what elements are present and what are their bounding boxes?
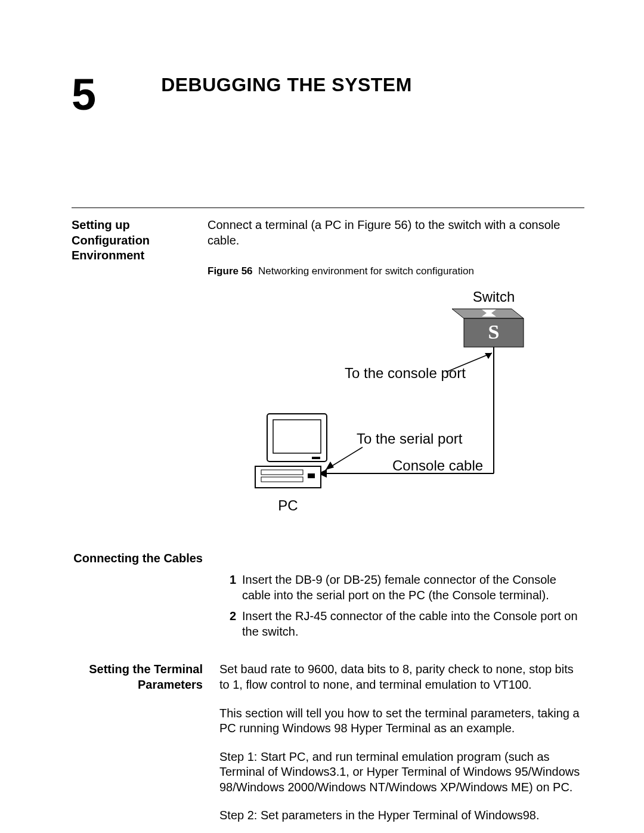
- section-connecting-cables: Connecting the Cables 1 Insert the DB-9 …: [72, 551, 584, 645]
- callout-serial-arrow: [326, 462, 334, 470]
- chapter-number: 5: [72, 73, 97, 117]
- console-port-label: To the console port: [345, 365, 466, 381]
- serial-port-label: To the serial port: [357, 431, 463, 447]
- section-setting-up: Setting up Configuration Environment Con…: [72, 218, 584, 551]
- svg-rect-11: [308, 473, 315, 478]
- figure-label: Figure 56: [208, 265, 253, 277]
- list-number: 1: [219, 572, 242, 588]
- list-text: Insert the DB-9 (or DB-25) female connec…: [242, 572, 584, 603]
- page: 5 DEBUGGING THE SYSTEM Setting up Config…: [0, 0, 644, 833]
- section-heading-setting-up: Setting up Configuration Environment: [72, 218, 208, 264]
- para-step2: Step 2: Set parameters in the Hyper Term…: [219, 808, 584, 823]
- para-intro: This section will tell you how to set th…: [219, 706, 584, 736]
- chapter-title: DEBUGGING THE SYSTEM: [161, 75, 412, 95]
- list-number: 2: [219, 609, 242, 624]
- para-baud: Set baud rate to 9600, data bits to 8, p…: [219, 662, 584, 692]
- intro-text: Connect a terminal (a PC in Figure 56) t…: [208, 218, 584, 248]
- console-cable-label: Console cable: [392, 457, 483, 473]
- svg-rect-10: [261, 477, 303, 482]
- section-body-connecting-cables: 1 Insert the DB-9 (or DB-25) female conn…: [219, 551, 584, 645]
- switch-icon: S: [452, 309, 524, 347]
- switch-glyph: S: [488, 321, 500, 343]
- figure-56: S Switch To the console port: [208, 289, 541, 527]
- ordered-list: 1 Insert the DB-9 (or DB-25) female conn…: [219, 572, 584, 639]
- svg-rect-9: [261, 470, 303, 475]
- list-item: 2 Insert the RJ-45 connector of the cabl…: [219, 609, 584, 639]
- svg-rect-6: [273, 420, 321, 453]
- svg-rect-7: [312, 457, 320, 459]
- pc-label: PC: [278, 497, 298, 513]
- divider: [72, 208, 584, 208]
- figure-caption-text: Networking environment for switch config…: [258, 265, 474, 277]
- section-heading-connecting-cables: Connecting the Cables: [72, 551, 219, 566]
- network-diagram: S Switch To the console port: [208, 289, 541, 527]
- switch-label: Switch: [473, 289, 515, 305]
- section-body-terminal-parameters: Set baud rate to 9600, data bits to 8, p…: [219, 662, 584, 833]
- list-item: 1 Insert the DB-9 (or DB-25) female conn…: [219, 572, 584, 603]
- section-body-setting-up: Connect a terminal (a PC in Figure 56) t…: [208, 218, 584, 551]
- list-text: Insert the RJ-45 connector of the cable …: [242, 609, 584, 639]
- pc-icon: [255, 414, 327, 488]
- para-step1: Step 1: Start PC, and run terminal emula…: [219, 750, 584, 795]
- chapter-header: 5 DEBUGGING THE SYSTEM: [72, 75, 584, 119]
- figure-caption: Figure 56 Networking environment for swi…: [208, 265, 584, 278]
- section-terminal-parameters: Setting the Terminal Parameters Set baud…: [72, 662, 584, 833]
- section-heading-terminal-parameters: Setting the Terminal Parameters: [72, 662, 219, 692]
